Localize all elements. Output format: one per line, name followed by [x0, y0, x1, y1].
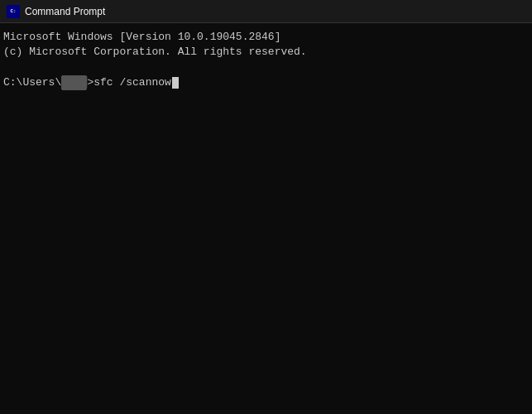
- title-bar: Command Prompt: [0, 0, 532, 23]
- username-redacted: ████: [61, 75, 87, 90]
- prompt-line: C:\Users\████>sfc /scannow: [3, 75, 529, 90]
- prompt-command: sfc /scannow: [93, 75, 171, 90]
- blank-line: [3, 60, 529, 75]
- terminal-body[interactable]: Microsoft Windows [Version 10.0.19045.28…: [0, 23, 532, 414]
- window-icon: [7, 5, 20, 18]
- command-prompt-window: Command Prompt Microsoft Windows [Versio…: [0, 0, 532, 414]
- prompt-path: C:\Users\: [3, 75, 61, 90]
- version-line: Microsoft Windows [Version 10.0.19045.28…: [3, 30, 529, 45]
- copyright-line: (c) Microsoft Corporation. All rights re…: [3, 45, 529, 60]
- cursor: [172, 77, 179, 89]
- cmd-icon: [7, 5, 20, 18]
- window-title: Command Prompt: [25, 6, 105, 17]
- prompt-suffix: >: [87, 75, 93, 90]
